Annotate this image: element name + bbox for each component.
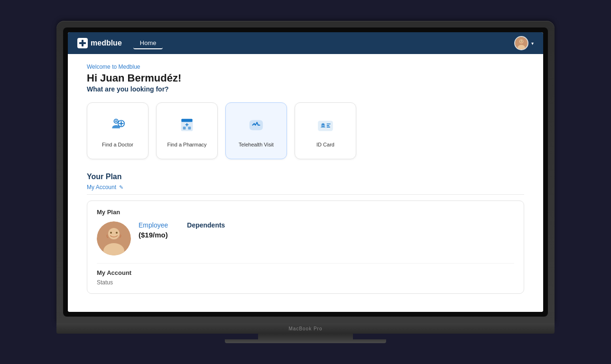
svg-rect-1 — [79, 42, 86, 44]
plan-content: Employee ($19/mo) Dependents — [97, 221, 514, 255]
your-plan-title: Your Plan — [87, 173, 524, 181]
plan-card-title: My Plan — [97, 209, 514, 216]
macbook-frame: medblue Home — [56, 21, 555, 343]
logo-text: medblue — [91, 39, 122, 47]
top-nav: medblue Home — [68, 32, 543, 54]
svg-rect-12 — [181, 119, 192, 122]
my-account-title: My Account — [97, 269, 514, 276]
my-account-section: My Account Status — [97, 263, 514, 286]
svg-rect-17 — [318, 121, 333, 131]
status-label: Status — [97, 279, 113, 286]
svg-rect-14 — [186, 123, 187, 127]
find-pharmacy-icon — [176, 114, 198, 136]
edit-icon[interactable]: ✎ — [119, 184, 123, 191]
telehealth-card[interactable]: Telehealth Visit — [225, 102, 287, 159]
user-avatar[interactable] — [514, 36, 528, 50]
svg-point-26 — [110, 232, 112, 234]
status-row: Status — [97, 279, 514, 286]
logo-icon — [77, 38, 88, 48]
id-card-icon — [314, 114, 337, 136]
find-pharmacy-label: Find a Pharmacy — [167, 141, 206, 148]
avatar-image — [515, 37, 528, 49]
svg-point-24 — [108, 228, 120, 239]
plan-price: ($19/mo) — [139, 231, 168, 239]
macbook-foot — [225, 339, 386, 343]
plan-card: My Plan — [87, 200, 524, 294]
dependents-column: Dependents — [187, 221, 225, 255]
svg-point-9 — [115, 120, 117, 122]
svg-rect-16 — [188, 127, 191, 129]
find-doctor-label: Find a Doctor — [102, 141, 133, 148]
nav-logo[interactable]: medblue — [77, 38, 122, 48]
my-account-link[interactable]: My Account — [87, 184, 116, 191]
svg-point-6 — [522, 41, 523, 42]
nav-link-home[interactable]: Home — [133, 37, 163, 49]
nav-chevron-icon[interactable]: ▾ — [531, 41, 534, 46]
find-pharmacy-card[interactable]: Find a Pharmacy — [156, 102, 218, 159]
plan-avatar-svg — [97, 221, 131, 255]
screen: medblue Home — [68, 32, 543, 312]
app-container: medblue Home — [68, 32, 543, 312]
section-subtitle-row: My Account ✎ — [87, 184, 524, 195]
id-card-card[interactable]: ID Card — [295, 102, 356, 159]
svg-rect-15 — [183, 127, 186, 129]
greeting-question: What are you looking for? — [87, 85, 524, 93]
plan-left: Employee ($19/mo) — [97, 221, 168, 255]
welcome-text: Welcome to Medblue — [87, 64, 524, 70]
nav-right: ▾ — [514, 36, 534, 50]
plan-info: Employee ($19/mo) — [139, 221, 168, 239]
dependents-title: Dependents — [187, 221, 225, 229]
find-doctor-card[interactable]: Find a Doctor — [87, 102, 148, 159]
screen-bezel: medblue Home — [63, 27, 548, 317]
svg-rect-22 — [327, 127, 331, 127]
find-doctor-icon — [106, 114, 129, 136]
telehealth-label: Telehealth Visit — [239, 141, 274, 148]
nav-links: Home — [133, 37, 514, 49]
macbook-model-label: MacBook Pro — [288, 326, 322, 331]
plan-type: Employee — [139, 221, 168, 229]
svg-point-19 — [322, 124, 324, 125]
svg-rect-21 — [327, 125, 330, 126]
action-cards-row: Find a Doctor — [87, 102, 524, 159]
macbook-lid: medblue Home — [56, 21, 555, 323]
svg-rect-20 — [327, 124, 331, 125]
macbook-base: MacBook Pro — [56, 323, 555, 334]
plan-avatar — [97, 221, 131, 255]
telehealth-icon — [245, 114, 268, 136]
svg-point-5 — [520, 41, 521, 42]
macbook-stand — [258, 334, 353, 339]
main-content: Welcome to Medblue Hi Juan Bermudéz! Wha… — [68, 54, 543, 312]
greeting-name: Hi Juan Bermudéz! — [87, 72, 524, 84]
id-card-label: ID Card — [316, 141, 334, 148]
svg-point-27 — [116, 232, 118, 234]
